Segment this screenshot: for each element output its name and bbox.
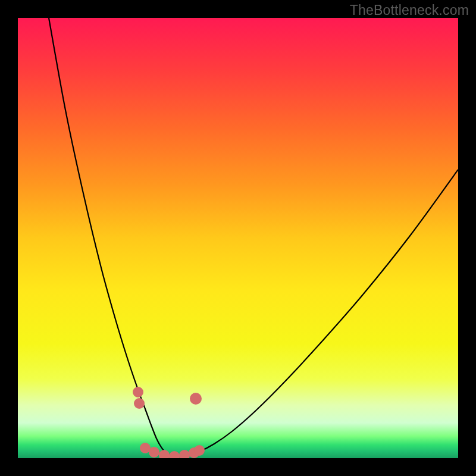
marker-dot — [140, 443, 151, 453]
watermark-text: TheBottleneck.com — [350, 2, 469, 18]
marker-dot — [179, 450, 190, 458]
marker-dot — [194, 445, 205, 456]
marker-dot — [169, 451, 180, 458]
bottleneck-curve — [49, 18, 458, 456]
marker-dot — [189, 447, 199, 458]
marker-dot — [190, 393, 202, 405]
plot-area — [18, 18, 458, 458]
marker-dot — [134, 398, 145, 409]
curve-markers — [133, 387, 205, 458]
curve-svg — [18, 18, 458, 458]
chart-container: TheBottleneck.com — [0, 0, 476, 476]
marker-dot — [133, 387, 143, 397]
marker-dot — [149, 447, 159, 458]
marker-dot — [159, 450, 170, 458]
